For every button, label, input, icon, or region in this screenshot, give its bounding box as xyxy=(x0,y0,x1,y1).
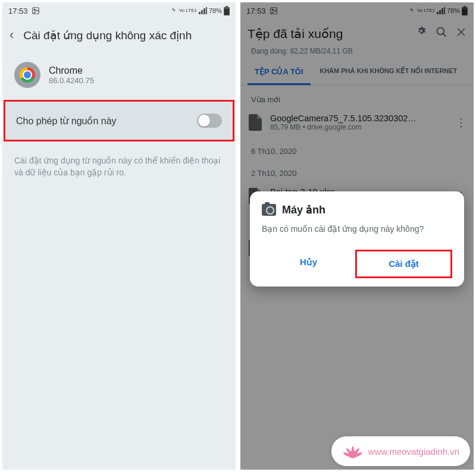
app-row: Chrome 86.0.4240.75 xyxy=(2,51,236,97)
svg-rect-3 xyxy=(226,6,228,7)
back-icon[interactable]: ‹ xyxy=(10,27,14,43)
status-battery-pct: 78% xyxy=(209,7,222,14)
battery-icon xyxy=(224,6,230,15)
status-netlabel: Vo LTE1 xyxy=(179,8,197,13)
dialog-message: Bạn có muốn cài đặt ứng dụng này không? xyxy=(262,224,452,235)
mute-icon xyxy=(169,7,177,15)
status-time: 17:53 xyxy=(8,7,28,15)
signal-icon xyxy=(199,7,207,14)
lotus-icon xyxy=(342,442,364,460)
install-dialog: Máy ảnh Bạn có muốn cài đặt ứng dụng này… xyxy=(250,191,464,287)
phone-downloads: 17:53 Vo LTE1 78% Tệp đã tải x xyxy=(240,2,474,470)
allow-source-toggle-row[interactable]: Cho phép từ nguồn này xyxy=(4,100,234,141)
dialog-title: Máy ảnh xyxy=(282,203,325,216)
watermark: www.meovatgiadinh.vn xyxy=(331,436,470,466)
toggle-label: Cho phép từ nguồn này xyxy=(16,115,117,127)
status-bar: 17:53 Vo LTE1 78% xyxy=(2,2,236,19)
phone-settings: 17:53 Vo LTE1 78% ‹ Cài xyxy=(2,2,236,470)
settings-header: ‹ Cài đặt ứng dụng không xác định xyxy=(2,19,236,51)
image-icon xyxy=(32,7,40,15)
warning-text: Cài đặt ứng dụng từ nguồn này có thể khi… xyxy=(2,144,236,190)
toggle-switch[interactable] xyxy=(197,114,222,128)
svg-point-1 xyxy=(34,9,35,10)
app-version: 86.0.4240.75 xyxy=(49,76,94,85)
watermark-text: www.meovatgiadinh.vn xyxy=(368,446,459,457)
cancel-button[interactable]: Hủy xyxy=(262,250,355,278)
chrome-icon xyxy=(14,62,40,88)
camera-icon xyxy=(262,204,276,216)
app-name: Chrome xyxy=(49,65,94,76)
settings-title: Cài đặt ứng dụng không xác định xyxy=(23,29,192,42)
install-button[interactable]: Cài đặt xyxy=(355,250,452,278)
svg-rect-4 xyxy=(224,9,229,15)
